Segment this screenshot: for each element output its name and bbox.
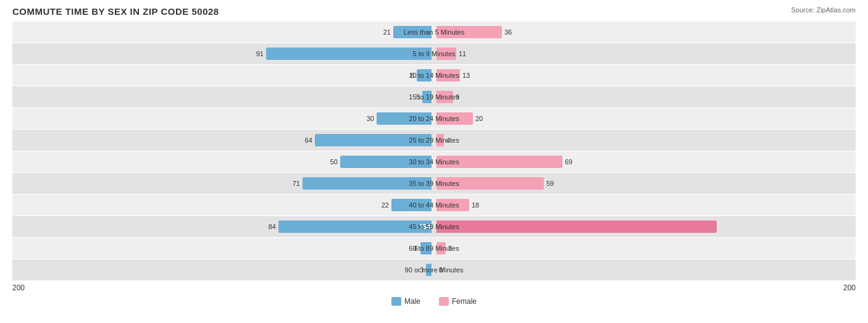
male-bar <box>393 26 432 38</box>
left-section: 84 <box>12 220 434 233</box>
legend-male-label: Male <box>404 297 420 306</box>
male-bar <box>340 156 432 168</box>
female-value: 0 <box>439 266 454 274</box>
male-value: 30 <box>359 115 374 122</box>
female-bar <box>436 199 469 211</box>
female-bar <box>436 177 544 190</box>
male-value: 50 <box>322 158 338 166</box>
female-value: 4 <box>446 136 462 144</box>
female-bar <box>436 69 460 82</box>
right-section: 13 <box>434 69 856 82</box>
female-value: 69 <box>565 158 580 166</box>
table-row: 21Less than 5 Minutes36 <box>12 22 856 43</box>
source-label: Source: ZipAtlas.com <box>791 6 856 14</box>
male-value: 91 <box>248 50 264 57</box>
left-section: 3 <box>12 264 434 276</box>
legend: Male Female <box>12 297 856 306</box>
table-row: 810 to 14 Minutes13 <box>12 65 856 86</box>
chart-area: 21Less than 5 Minutes36915 to 9 Minutes1… <box>12 22 856 280</box>
right-section: 154 <box>434 220 856 233</box>
female-value: 13 <box>462 72 478 79</box>
female-value: 36 <box>504 28 520 36</box>
right-section: 20 <box>434 112 856 125</box>
left-section: 22 <box>12 199 434 211</box>
right-section: 59 <box>434 177 856 190</box>
table-row: 3020 to 24 Minutes20 <box>12 108 856 129</box>
male-value: 5 <box>404 93 420 101</box>
male-bar <box>417 69 432 82</box>
female-bar <box>436 26 502 38</box>
legend-female-label: Female <box>452 297 477 306</box>
right-section: 5 <box>434 242 856 254</box>
axis-left: 200 <box>12 283 25 292</box>
chart-container: COMMUTE TIME BY SEX IN ZIP CODE 50028 So… <box>12 6 856 306</box>
female-bar <box>436 91 453 103</box>
legend-female: Female <box>439 297 477 306</box>
left-section: 64 <box>12 134 434 146</box>
male-bar <box>422 91 432 103</box>
male-value: 84 <box>261 223 276 230</box>
left-section: 5 <box>12 91 434 103</box>
female-bar <box>436 134 444 146</box>
table-row: 6425 to 29 Minutes4 <box>12 130 856 151</box>
male-value: 71 <box>285 180 300 187</box>
axis-labels: 200 200 <box>12 281 856 295</box>
left-section: 91 <box>12 48 434 60</box>
axis-right: 200 <box>843 283 856 292</box>
table-row: 515 to 19 Minutes9 <box>12 86 856 107</box>
female-value: 59 <box>546 180 562 187</box>
left-section: 8 <box>12 69 434 82</box>
table-row: 915 to 9 Minutes11 <box>12 43 856 64</box>
right-section: 36 <box>434 26 856 38</box>
female-value: 9 <box>456 93 471 101</box>
right-section: 69 <box>434 156 856 168</box>
right-section: 9 <box>434 91 856 103</box>
male-bar <box>278 220 432 233</box>
table-row: 5030 to 34 Minutes69 <box>12 151 856 172</box>
table-row: 7135 to 39 Minutes59 <box>12 173 856 194</box>
male-value: 8 <box>399 72 414 79</box>
left-section: 30 <box>12 112 434 125</box>
right-section: 18 <box>434 199 856 211</box>
female-bar: 154 <box>436 220 717 233</box>
male-bar <box>266 48 432 60</box>
male-value: 22 <box>373 201 389 209</box>
male-color-box <box>391 297 401 306</box>
left-section: 6 <box>12 242 434 254</box>
male-bar <box>303 177 432 190</box>
male-value: 21 <box>375 28 391 36</box>
legend-male: Male <box>391 297 420 306</box>
left-section: 71 <box>12 177 434 190</box>
male-bar <box>377 112 432 125</box>
female-bar <box>436 112 473 125</box>
female-color-box <box>439 297 449 306</box>
right-section: 4 <box>434 134 856 146</box>
table-row: 2240 to 44 Minutes18 <box>12 195 856 216</box>
female-bar <box>436 242 446 254</box>
female-value: 20 <box>475 115 491 122</box>
male-bar <box>315 134 432 146</box>
female-value: 11 <box>459 50 474 57</box>
table-row: 660 to 89 Minutes5 <box>12 238 856 259</box>
male-bar <box>420 242 432 254</box>
left-section: 21 <box>12 26 434 38</box>
female-value: 5 <box>448 245 464 252</box>
left-section: 50 <box>12 156 434 168</box>
table-row: 390 or more Minutes0 <box>12 259 856 280</box>
female-bar <box>436 48 456 60</box>
male-value: 6 <box>403 245 418 252</box>
male-bar <box>391 199 432 211</box>
male-value: 3 <box>408 266 424 274</box>
male-value: 64 <box>297 136 312 144</box>
right-section: 0 <box>434 264 856 276</box>
right-section: 11 <box>434 48 856 60</box>
female-value: 154 <box>419 223 435 230</box>
chart-title: COMMUTE TIME BY SEX IN ZIP CODE 50028 <box>12 6 219 17</box>
male-bar <box>426 264 432 276</box>
table-row: 8445 to 59 Minutes154 <box>12 216 856 237</box>
female-bar <box>436 156 562 168</box>
female-value: 18 <box>472 201 487 209</box>
